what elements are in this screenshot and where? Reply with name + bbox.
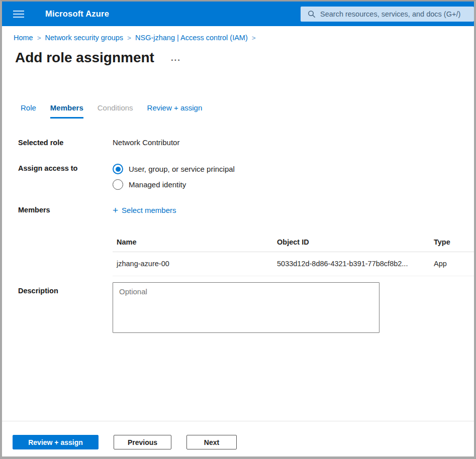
footer-bar: Review + assign Previous Next: [2, 421, 474, 456]
selected-role-label: Selected role: [18, 138, 113, 147]
members-table: Name Object ID Type jzhang-azure-00 5033…: [113, 235, 474, 276]
tab-conditions: Conditions: [98, 103, 133, 119]
assign-access-row: Assign access to User, group, or service…: [2, 164, 474, 190]
members-row: Members + Select members: [2, 205, 474, 215]
member-type-cell: App: [430, 252, 474, 276]
radio-option-managed-identity[interactable]: Managed identity: [113, 179, 474, 190]
description-row: Description: [2, 282, 474, 335]
chevron-right-icon: >: [252, 34, 256, 42]
member-object-id-cell: 5033d12d-8d86-4321-b391-77b8cf8b2...: [273, 252, 430, 276]
more-options-icon[interactable]: ···: [170, 58, 182, 63]
member-name-cell: jzhang-azure-00: [113, 252, 273, 276]
page-title: Add role assignment: [15, 49, 154, 66]
search-placeholder-text: Search resources, services, and docs (G+…: [320, 10, 460, 18]
selected-role-row: Selected role Network Contributor: [2, 138, 474, 147]
breadcrumb-home[interactable]: Home: [14, 34, 33, 42]
breadcrumb: Home>Network security groups>NSG-jzhang …: [14, 33, 474, 42]
global-search-input[interactable]: Search resources, services, and docs (G+…: [301, 7, 474, 22]
plus-icon: +: [113, 206, 118, 215]
radio-option-user-group-service-principal[interactable]: User, group, or service principal: [113, 164, 474, 174]
top-bar: Microsoft Azure Search resources, servic…: [2, 2, 474, 26]
chevron-right-icon: >: [37, 34, 41, 42]
radio-selected-icon[interactable]: [113, 164, 123, 174]
column-header-type: Type: [430, 235, 474, 252]
app-title: Microsoft Azure: [45, 9, 109, 19]
chevron-right-icon: >: [127, 34, 131, 42]
select-members-link[interactable]: + Select members: [113, 205, 176, 215]
tab-members[interactable]: Members: [50, 103, 83, 119]
column-header-name: Name: [113, 235, 273, 252]
radio-unselected-icon[interactable]: [113, 179, 123, 190]
tab-role[interactable]: Role: [21, 103, 36, 119]
tab-review-assign[interactable]: Review + assign: [147, 103, 203, 119]
next-button[interactable]: Next: [186, 435, 237, 449]
column-header-object-id: Object ID: [273, 235, 430, 252]
members-label: Members: [18, 205, 113, 215]
description-label: Description: [18, 282, 113, 335]
assign-access-label: Assign access to: [18, 164, 113, 190]
search-icon: [308, 10, 316, 18]
review-assign-button[interactable]: Review + assign: [13, 435, 99, 449]
description-input[interactable]: [113, 282, 379, 333]
radio-option-label: Managed identity: [129, 179, 186, 190]
table-header-row: Name Object ID Type: [113, 235, 474, 252]
select-members-label: Select members: [122, 205, 176, 215]
previous-button[interactable]: Previous: [114, 435, 171, 449]
hamburger-menu-icon[interactable]: [12, 9, 25, 20]
breadcrumb-nsg-access-control[interactable]: NSG-jzhang | Access control (IAM): [135, 34, 248, 42]
selected-role-value: Network Contributor: [113, 138, 474, 147]
radio-option-label: User, group, or service principal: [129, 164, 235, 174]
tab-bar: Role Members Conditions Review + assign: [21, 103, 474, 119]
table-row[interactable]: jzhang-azure-00 5033d12d-8d86-4321-b391-…: [113, 252, 474, 276]
azure-portal-window: Microsoft Azure Search resources, servic…: [0, 0, 476, 459]
breadcrumb-network-security-groups[interactable]: Network security groups: [45, 34, 124, 42]
title-row: Add role assignment ···: [15, 49, 474, 66]
